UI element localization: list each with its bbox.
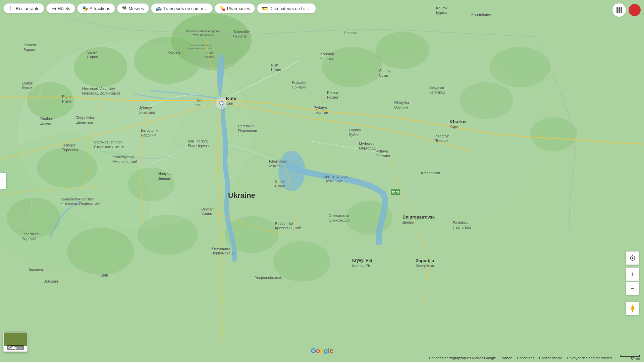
transports-icon: 🚌 [156, 6, 162, 11]
pharmacies-button[interactable]: 💊 Pharmacies [215, 3, 255, 13]
svg-rect-28 [616, 7, 618, 9]
svg-point-14 [67, 228, 134, 275]
svg-point-12 [37, 147, 97, 188]
zoom-in-button[interactable]: + [626, 267, 639, 281]
confidentialite-link[interactable]: Confidentialité [539, 356, 562, 360]
svg-text:E105: E105 [392, 191, 399, 194]
svg-point-8 [27, 82, 74, 119]
svg-rect-33 [621, 9, 622, 11]
apps-grid-icon [616, 7, 622, 13]
pegman-button[interactable] [626, 302, 639, 315]
scale-label: 50 km [631, 357, 640, 361]
pegman-icon [629, 305, 636, 312]
sidebar-toggle-button[interactable]: › [0, 173, 6, 189]
svg-rect-34 [616, 11, 618, 13]
google-logo: Google [311, 347, 333, 355]
bottom-bar: Données cartographiques ©2022 Google Fra… [0, 354, 644, 362]
map-type-label: Calques [7, 345, 24, 350]
hotels-label: Hôtels [58, 6, 70, 11]
pharmacies-icon: 💊 [220, 6, 225, 11]
location-target-icon [629, 255, 636, 261]
scale-bar: 50 km [620, 355, 640, 361]
svg-point-16 [490, 47, 550, 87]
map-type-button[interactable]: Calques [3, 332, 28, 352]
svg-rect-30 [621, 7, 622, 9]
conditions-link[interactable]: Conditions [517, 356, 534, 360]
top-right-controls [612, 3, 641, 17]
svg-point-23 [278, 151, 305, 191]
svg-point-19 [138, 215, 198, 255]
hotels-icon: 🛏 [51, 6, 56, 11]
distributeurs-button[interactable]: 💳 Distributeurs de bill… [257, 3, 316, 13]
apps-button[interactable] [612, 3, 626, 17]
svg-rect-35 [619, 11, 620, 13]
svg-point-10 [376, 32, 429, 69]
svg-point-11 [127, 168, 174, 201]
attractions-icon: 🎭 [82, 6, 88, 11]
svg-point-9 [322, 47, 382, 87]
scale-line [620, 355, 640, 357]
distributeurs-label: Distributeurs de bill… [269, 6, 311, 11]
svg-point-15 [460, 82, 513, 119]
restaurants-label: Restaurants [16, 6, 39, 11]
svg-point-22 [188, 34, 241, 70]
svg-rect-36 [621, 11, 622, 13]
svg-point-25 [220, 102, 223, 105]
location-button[interactable] [626, 251, 639, 265]
france-link[interactable]: France [501, 356, 512, 360]
copyright-text: Données cartographiques ©2022 Google [429, 356, 496, 360]
svg-rect-32 [619, 9, 620, 11]
svg-rect-29 [619, 7, 620, 9]
commentaires-link[interactable]: Envoyer des commentaires [567, 356, 612, 360]
user-avatar[interactable] [629, 4, 641, 16]
transports-label: Transports en comm… [163, 6, 208, 11]
svg-rect-31 [616, 9, 618, 11]
musees-button[interactable]: 🏛 Musées [117, 3, 149, 13]
transports-button[interactable]: 🚌 Transports en comm… [151, 3, 213, 13]
restaurants-icon: 🍴 [8, 6, 14, 11]
svg-point-38 [632, 257, 634, 259]
zoom-out-button[interactable]: − [626, 282, 639, 295]
svg-point-17 [530, 117, 577, 151]
musees-label: Musées [128, 6, 144, 11]
attractions-label: Attractions [90, 6, 110, 11]
hotels-button[interactable]: 🛏 Hôtels [46, 3, 75, 13]
toolbar: 🍴 Restaurants 🛏 Hôtels 🎭 Attractions 🏛 M… [3, 3, 316, 13]
zoom-controls: + − [626, 267, 639, 295]
svg-point-21 [273, 241, 330, 282]
attractions-button[interactable]: 🎭 Attractions [77, 3, 115, 13]
chevron-right-icon: › [2, 179, 3, 183]
pharmacies-label: Pharmacies [227, 6, 250, 11]
map-svg: E105 [0, 0, 644, 362]
distributeurs-icon: 💳 [262, 6, 268, 11]
musees-icon: 🏛 [122, 6, 127, 11]
svg-point-7 [74, 47, 127, 87]
map-container[interactable]: E105 Kiev Київ Kharkiv Харків Dnipropetr… [0, 0, 644, 362]
restaurants-button[interactable]: 🍴 Restaurants [3, 3, 44, 13]
